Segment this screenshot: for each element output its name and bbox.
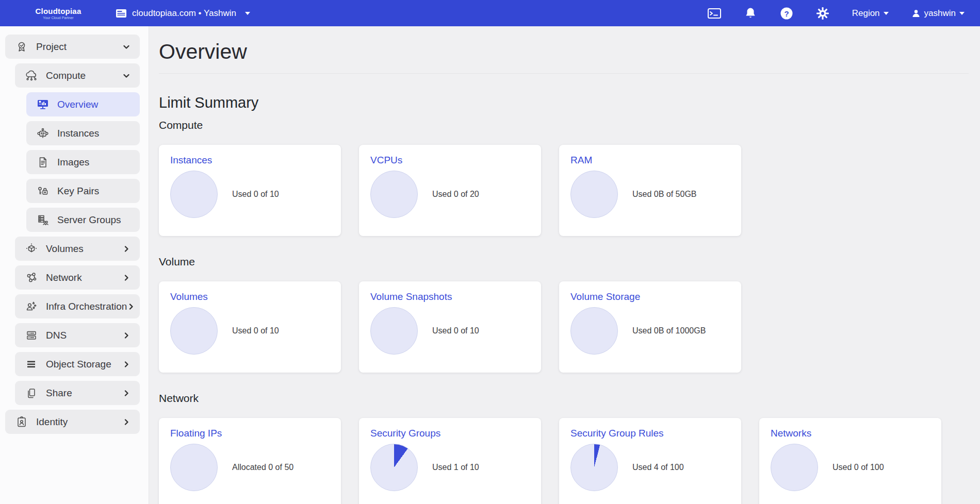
volumes-quota-card: Volumes Used 0 of 10 <box>159 281 341 373</box>
brand-logo[interactable]: Cloudtopiaa Your Cloud Partner <box>20 7 97 20</box>
security-group-rules-link[interactable]: Security Group Rules <box>570 428 729 439</box>
page-title: Overview <box>159 40 969 64</box>
sidebar-item-share[interactable]: Share <box>15 381 140 405</box>
sidebar-item-label: Instances <box>57 128 99 139</box>
volumes-usage-text: Used 0 of 10 <box>232 326 279 335</box>
compute-heading: Compute <box>159 119 969 131</box>
images-document-icon <box>36 156 50 169</box>
security-groups-usage-text: Used 1 of 10 <box>432 463 479 472</box>
sidebar-item-label: Volumes <box>46 243 84 255</box>
title-divider <box>159 73 969 74</box>
security-groups-pie-chart <box>370 444 418 491</box>
floating-ips-link[interactable]: Floating IPs <box>170 428 329 439</box>
sidebar-item-dns[interactable]: DNS <box>15 323 140 347</box>
top-navbar: Cloudtopiaa Your Cloud Partner cloudtopi… <box>0 0 980 26</box>
user-label: yashwin <box>924 8 956 19</box>
volume-snapshots-usage-text: Used 0 of 10 <box>432 326 479 335</box>
network-card-row: Floating IPs Allocated 0 of 50 Security … <box>159 418 969 504</box>
networks-link[interactable]: Networks <box>771 428 929 439</box>
ram-link[interactable]: RAM <box>570 155 729 166</box>
sidebar-item-object-storage[interactable]: Object Storage <box>15 352 140 376</box>
sidebar-item-label: Server Groups <box>57 214 121 226</box>
security-groups-quota-card: Security Groups Used 1 of 10 <box>359 418 541 504</box>
instances-quota-card: Instances Used 0 of 10 <box>159 145 341 236</box>
networks-usage-text: Used 0 of 100 <box>832 463 884 472</box>
vcpus-link[interactable]: VCPUs <box>370 155 529 166</box>
sidebar-item-instances[interactable]: Instances <box>26 121 140 145</box>
sidebar-item-overview[interactable]: Overview <box>26 92 140 116</box>
console-icon[interactable] <box>708 7 721 20</box>
main-content: Overview Limit Summary Compute Instances… <box>149 26 980 504</box>
chevron-right-icon <box>122 274 130 282</box>
instances-link[interactable]: Instances <box>170 155 329 166</box>
network-graph-icon <box>25 271 38 284</box>
domain-project-label: cloudtopiaa.com • Yashwin <box>132 8 236 19</box>
volume-snapshots-quota-card: Volume Snapshots Used 0 of 10 <box>359 281 541 373</box>
networks-pie-chart <box>771 444 818 491</box>
volume-heading: Volume <box>159 256 969 268</box>
sidebar-item-volumes[interactable]: Volumes <box>15 237 140 261</box>
sidebar-item-compute[interactable]: Compute <box>15 63 140 88</box>
chevron-right-icon <box>122 245 130 253</box>
sidebar-item-label: Share <box>46 388 72 399</box>
sidebar-item-key-pairs[interactable]: Key Pairs <box>26 179 140 203</box>
volume-storage-quota-card: Volume Storage Used 0B of 1000GB <box>559 281 741 373</box>
security-groups-link[interactable]: Security Groups <box>370 428 529 439</box>
sidebar-item-label: Key Pairs <box>57 186 99 197</box>
user-menu[interactable]: yashwin <box>911 8 965 19</box>
volume-storage-link[interactable]: Volume Storage <box>570 291 729 303</box>
dns-servers-icon <box>25 329 38 342</box>
chevron-right-icon <box>122 360 130 368</box>
vcpus-pie-chart <box>370 171 418 218</box>
limit-summary-heading: Limit Summary <box>159 94 969 111</box>
network-heading: Network <box>159 392 969 405</box>
sidebar-item-identity[interactable]: Identity <box>5 410 140 434</box>
domain-project-switcher[interactable]: cloudtopiaa.com • Yashwin <box>116 8 250 19</box>
share-copy-icon <box>25 387 38 400</box>
ram-quota-card: RAM Used 0B of 50GB <box>559 145 741 236</box>
sidebar-item-server-groups[interactable]: Server Groups <box>26 208 140 232</box>
help-icon[interactable]: ? <box>780 7 793 20</box>
object-storage-icon <box>25 358 38 371</box>
chevron-right-icon <box>127 303 135 311</box>
notifications-bell-icon[interactable] <box>744 7 757 20</box>
ram-pie-chart <box>570 171 618 218</box>
sidebar-item-network[interactable]: Network <box>15 265 140 290</box>
brand-tagline: Your Cloud Partner <box>43 16 73 20</box>
region-dropdown[interactable]: Region <box>852 8 889 19</box>
instances-robot-icon <box>36 127 50 140</box>
volume-snapshots-pie-chart <box>370 307 418 355</box>
volume-storage-usage-text: Used 0B of 1000GB <box>632 326 706 335</box>
chevron-down-icon <box>122 43 130 51</box>
domain-card-icon <box>116 9 127 18</box>
chevron-down-icon <box>884 12 889 15</box>
sidebar-item-images[interactable]: Images <box>26 150 140 174</box>
sidebar-item-project[interactable]: Project <box>5 35 140 59</box>
security-group-rules-quota-card: Security Group Rules Used 4 of 100 <box>559 418 741 504</box>
sidebar-item-infra-orchestration[interactable]: Infra Orchestration <box>15 294 140 318</box>
networks-quota-card: Networks Used 0 of 100 <box>759 418 941 504</box>
instances-pie-chart <box>170 171 218 218</box>
overview-monitor-icon <box>36 98 50 111</box>
sidebar-item-label: Object Storage <box>46 359 111 370</box>
volume-snapshots-link[interactable]: Volume Snapshots <box>370 291 529 303</box>
server-groups-icon <box>36 213 50 227</box>
volumes-pie-chart <box>170 307 218 355</box>
sidebar-item-label: Infra Orchestration <box>46 301 127 312</box>
sidebar-item-label: Project <box>36 41 67 53</box>
volume-card-row: Volumes Used 0 of 10 Volume Snapshots Us… <box>159 281 969 373</box>
svg-text:?: ? <box>784 9 789 18</box>
settings-gear-icon[interactable] <box>816 7 829 20</box>
volume-storage-pie-chart <box>570 307 618 355</box>
vcpus-usage-text: Used 0 of 20 <box>432 190 479 199</box>
user-icon <box>911 9 921 18</box>
sidebar-item-label: Identity <box>36 416 68 428</box>
brand-title: Cloudtopiaa <box>36 7 81 15</box>
chevron-right-icon <box>122 331 130 340</box>
compute-card-row: Instances Used 0 of 10 VCPUs Used 0 of 2… <box>159 145 969 236</box>
orchestration-icon <box>25 300 38 313</box>
region-label: Region <box>852 8 880 19</box>
floating-ips-usage-text: Allocated 0 of 50 <box>232 463 293 472</box>
volumes-link[interactable]: Volumes <box>170 291 329 303</box>
sidebar-item-label: Images <box>57 157 89 168</box>
